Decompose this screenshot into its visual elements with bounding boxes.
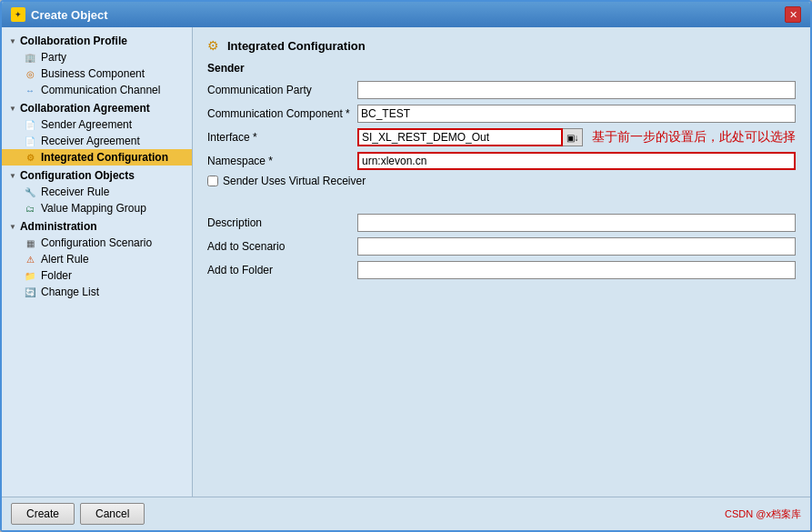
virtual-receiver-label: Sender Uses Virtual Receiver	[223, 175, 366, 187]
communication-channel-icon: ↔	[24, 84, 36, 96]
sidebar-item-label-integrated-configuration: Integrated Configuration	[41, 151, 168, 164]
description-label: Description	[207, 216, 357, 229]
interface-input[interactable]	[357, 128, 563, 146]
value-mapping-icon: 🗂	[24, 202, 36, 215]
add-folder-row: Add to Folder	[207, 260, 796, 280]
sidebar-item-label-communication-channel: Communication Channel	[41, 84, 160, 96]
cancel-button[interactable]: Cancel	[80, 503, 145, 525]
sidebar-item-integrated-configuration[interactable]: ⚙ Integrated Configuration	[2, 149, 192, 166]
sidebar-item-label-party: Party	[41, 51, 66, 64]
footer-bar: Create Cancel CSDN @x档案库	[2, 497, 810, 530]
sidebar-item-label-receiver-rule: Receiver Rule	[41, 186, 109, 198]
footer-buttons: Create Cancel	[11, 503, 145, 525]
sidebar-item-receiver-rule[interactable]: 🔧 Receiver Rule	[2, 184, 192, 200]
sidebar-item-sender-agreement[interactable]: 📄 Sender Agreement	[2, 116, 192, 133]
main-panel: ⚙ Integrated Configuration Sender Commun…	[193, 27, 810, 497]
sidebar-item-label-folder: Folder	[41, 269, 72, 282]
sender-agreement-icon: 📄	[24, 118, 36, 131]
sidebar-group-collaboration-agreement[interactable]: ▼ Collaboration Agreement	[2, 100, 192, 116]
sidebar-item-communication-channel[interactable]: ↔ Communication Channel	[2, 82, 192, 98]
panel-title: Integrated Configuration	[227, 39, 366, 53]
sender-section-header: Sender	[207, 62, 796, 75]
sidebar-item-label-alert-rule: Alert Rule	[41, 253, 89, 266]
group-administration: ▼ Administration ▦ Configuration Scenari…	[2, 218, 192, 300]
interface-browse-button[interactable]: ▣↓	[563, 128, 583, 146]
sidebar-item-label-business-component: Business Component	[41, 67, 145, 80]
group-configuration-objects: ▼ Configuration Objects 🔧 Receiver Rule …	[2, 167, 192, 216]
communication-party-input[interactable]	[357, 81, 796, 99]
create-button[interactable]: Create	[11, 503, 75, 525]
collapse-arrow-4: ▼	[9, 223, 16, 231]
communication-party-row: Communication Party	[207, 80, 796, 100]
collapse-arrow-2: ▼	[9, 105, 16, 113]
group-label-collaboration-agreement: Collaboration Agreement	[20, 102, 150, 115]
add-scenario-input[interactable]	[357, 237, 796, 256]
create-object-dialog: ✦ Create Object ✕ ▼ Collaboration Profil…	[0, 0, 812, 532]
interface-label: Interface *	[207, 131, 357, 144]
footer-logo: CSDN @x档案库	[725, 507, 801, 521]
dialog-icon: ✦	[11, 7, 25, 22]
panel-title-icon: ⚙	[207, 38, 222, 53]
add-folder-input[interactable]	[357, 261, 796, 279]
receiver-rule-icon: 🔧	[24, 186, 36, 198]
sidebar-item-label-value-mapping-group: Value Mapping Group	[41, 202, 146, 215]
group-collaboration-profile: ▼ Collaboration Profile 🏢 Party ◎ Busine…	[2, 33, 192, 98]
interface-input-group: ▣↓	[357, 128, 583, 146]
folder-icon: 📁	[24, 269, 36, 282]
annotation-text: 基于前一步的设置后，此处可以选择	[592, 129, 796, 146]
sidebar-group-configuration-objects[interactable]: ▼ Configuration Objects	[2, 167, 192, 184]
add-scenario-label: Add to Scenario	[207, 240, 357, 253]
sidebar-item-party[interactable]: 🏢 Party	[2, 49, 192, 65]
interface-row: Interface * ▣↓ 基于前一步的设置后，此处可以选择	[207, 127, 796, 147]
change-list-icon: 🔄	[24, 286, 36, 298]
sidebar-item-label-configuration-scenario: Configuration Scenario	[41, 236, 152, 249]
communication-component-input[interactable]	[357, 105, 796, 123]
sidebar-item-label-sender-agreement: Sender Agreement	[41, 118, 132, 131]
description-input[interactable]	[357, 214, 796, 232]
group-label-administration: Administration	[20, 220, 97, 233]
content-area: ▼ Collaboration Profile 🏢 Party ◎ Busine…	[2, 27, 810, 497]
close-button[interactable]: ✕	[785, 6, 801, 23]
virtual-receiver-checkbox[interactable]	[207, 176, 218, 186]
sidebar-item-change-list[interactable]: 🔄 Change List	[2, 284, 192, 300]
sidebar-item-folder[interactable]: 📁 Folder	[2, 267, 192, 284]
communication-component-row: Communication Component *	[207, 104, 796, 124]
configuration-scenario-icon: ▦	[24, 236, 36, 249]
sidebar-item-configuration-scenario[interactable]: ▦ Configuration Scenario	[2, 235, 192, 251]
title-bar: ✦ Create Object ✕	[2, 2, 810, 27]
add-folder-label: Add to Folder	[207, 264, 357, 276]
title-bar-left: ✦ Create Object	[11, 7, 108, 22]
dialog-title: Create Object	[31, 8, 108, 22]
virtual-receiver-row: Sender Uses Virtual Receiver	[207, 175, 796, 187]
communication-party-label: Communication Party	[207, 84, 357, 96]
group-label-configuration-objects: Configuration Objects	[20, 169, 135, 182]
sidebar-group-administration[interactable]: ▼ Administration	[2, 218, 192, 235]
namespace-row: Namespace *	[207, 151, 796, 171]
alert-rule-icon: ⚠	[24, 253, 36, 266]
namespace-input[interactable]	[357, 152, 796, 170]
business-component-icon: ◎	[24, 67, 36, 80]
receiver-agreement-icon: 📄	[24, 135, 36, 147]
description-row: Description	[207, 213, 796, 233]
add-scenario-row: Add to Scenario	[207, 236, 796, 256]
communication-component-label: Communication Component *	[207, 107, 357, 120]
namespace-label: Namespace *	[207, 155, 357, 167]
group-collaboration-agreement: ▼ Collaboration Agreement 📄 Sender Agree…	[2, 100, 192, 166]
sidebar-group-collaboration-profile[interactable]: ▼ Collaboration Profile	[2, 33, 192, 49]
collapse-arrow-3: ▼	[9, 172, 16, 180]
collapse-arrow: ▼	[9, 37, 16, 45]
sidebar-item-receiver-agreement[interactable]: 📄 Receiver Agreement	[2, 133, 192, 149]
sidebar-item-label-change-list: Change List	[41, 286, 99, 298]
panel-title-row: ⚙ Integrated Configuration	[207, 38, 796, 53]
sidebar-item-alert-rule[interactable]: ⚠ Alert Rule	[2, 251, 192, 267]
party-icon: 🏢	[24, 51, 36, 64]
sidebar-item-label-receiver-agreement: Receiver Agreement	[41, 135, 140, 147]
sidebar-item-value-mapping-group[interactable]: 🗂 Value Mapping Group	[2, 200, 192, 216]
integrated-configuration-icon: ⚙	[24, 151, 36, 164]
group-label-collaboration-profile: Collaboration Profile	[20, 35, 127, 47]
sidebar: ▼ Collaboration Profile 🏢 Party ◎ Busine…	[2, 27, 193, 497]
sidebar-item-business-component[interactable]: ◎ Business Component	[2, 65, 192, 82]
